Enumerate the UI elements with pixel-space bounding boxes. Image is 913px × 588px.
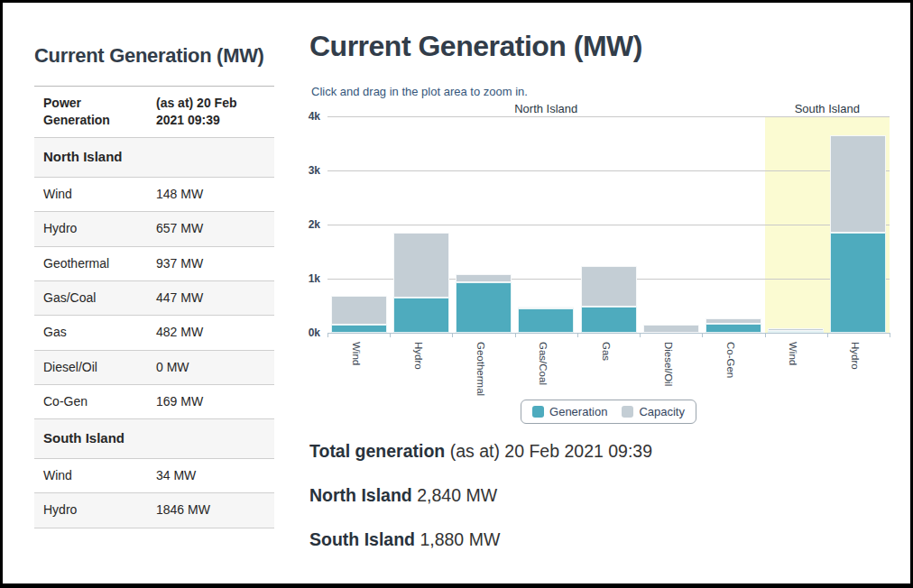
y-axis-label: 1k [290,272,320,285]
table-row: North Island [34,138,274,178]
y-gridline [327,225,890,225]
x-axis-label: Geothermal [475,342,486,396]
bar-gas-generation[interactable] [581,307,637,333]
bar-co-gen-capacity[interactable] [706,318,761,324]
y-axis-label: 3k [290,164,320,177]
totals-section: Total generation (as at) 20 Feb 2021 09:… [309,441,652,574]
row-value: 169 MW [147,384,274,418]
generation-table: Power Generation (as at) 20 Feb 2021 09:… [34,86,274,528]
x-axis-label: Wind [788,342,798,365]
south-island-value: 1,880 MW [415,529,500,549]
row-value: 34 MW [147,458,274,492]
generation-summary-panel: Current Generation (MW) Power Generation… [34,42,274,528]
bar-gas-capacity[interactable] [581,266,637,307]
legend-label: Generation [549,405,607,418]
section-header-north-island: North Island [34,138,274,178]
table-row: Diesel/Oil0 MW [34,350,274,384]
section-header-south-island: South Island [34,419,274,459]
x-axis-label: Gas/Coal [538,342,549,385]
row-value: 482 MW [147,316,274,350]
north-island-value: 2,840 MW [412,485,497,505]
north-island-label: North Island [309,485,412,505]
row-label: Wind [34,178,147,212]
bar-wind-capacity[interactable] [331,296,387,325]
bar-hydro-capacity[interactable] [393,233,449,297]
island-band-label-south-island: South Island [795,102,860,115]
table-row: Gas/Coal447 MW [34,281,274,316]
bar-wind-generation[interactable] [331,325,387,333]
row-label: Wind [34,458,147,492]
legend-label: Capacity [639,405,685,418]
x-axis-tick [702,333,703,337]
legend-item-generation[interactable]: Generation [532,405,607,418]
bar-wind-generation[interactable] [768,331,824,333]
table-row: Gas482 MW [34,316,274,350]
table-row: South Island [34,419,274,459]
legend-swatch-generation [532,406,544,418]
bar-diesel-oil-capacity[interactable] [643,325,699,333]
x-axis-tick [827,333,828,337]
x-axis-label: Co-Gen [725,342,736,378]
table-header-row: Power Generation (as at) 20 Feb 2021 09:… [34,86,274,138]
y-axis-label: 0k [290,326,320,339]
x-axis-tick [327,333,328,337]
row-value: 148 MW [147,178,274,212]
total-generation-label: Total generation [309,441,445,461]
x-axis-tick [515,333,516,337]
x-axis-label: Hydro [850,342,861,370]
north-island-total-line: North Island 2,840 MW [309,485,652,506]
x-axis-label: Gas [601,342,612,361]
row-value: 447 MW [147,281,274,316]
table-row: Hydro657 MW [34,212,274,246]
table-row: Hydro1846 MW [34,493,274,528]
bar-hydro-capacity[interactable] [830,135,886,233]
bar-hydro-generation[interactable] [830,233,886,333]
x-axis-tick [390,333,391,337]
total-generation-line: Total generation (as at) 20 Feb 2021 09:… [309,441,652,462]
x-axis-label: Diesel/Oil [663,342,674,386]
south-island-total-line: South Island 1,880 MW [309,529,652,550]
x-axis-label: Hydro [413,342,424,370]
app-window: Current Generation (MW) Power Generation… [0,0,913,588]
y-axis-label: 2k [290,218,320,231]
table-header-timestamp: (as at) 20 Feb 2021 09:39 [147,86,274,138]
x-axis-tick [452,333,453,337]
bar-gas-coal-generation[interactable] [518,308,574,333]
row-value: 1846 MW [147,493,274,528]
y-axis-label: 4k [290,110,320,123]
x-axis-label: Wind [351,342,362,365]
y-gridline [327,116,890,117]
island-band-label-north-island: North Island [514,102,577,115]
legend-swatch-capacity [622,406,633,418]
total-generation-timestamp: (as at) 20 Feb 2021 09:39 [445,441,652,461]
row-value: 657 MW [147,212,274,246]
x-axis-tick [577,333,578,337]
table-header-power: Power Generation [34,86,147,138]
row-label: Gas/Coal [34,281,147,316]
bar-wind-capacity[interactable] [768,328,824,331]
legend-box: GenerationCapacity [521,400,696,424]
bar-geothermal-generation[interactable] [456,282,512,333]
row-label: Gas [34,316,147,350]
y-gridline [327,170,890,171]
legend-item-capacity[interactable]: Capacity [622,405,685,418]
bar-geothermal-capacity[interactable] [456,274,512,282]
bar-gas-coal-capacity[interactable] [518,307,574,309]
table-row: Wind148 MW [34,178,274,212]
table-row: Geothermal937 MW [34,246,274,280]
x-axis-tick [890,333,890,337]
x-axis-tick [640,333,641,337]
bar-hydro-generation[interactable] [393,298,449,333]
row-value: 0 MW [147,350,274,384]
south-island-label: South Island [309,529,415,549]
generation-chart[interactable]: 0k1k2k3k4kNorth IslandSouth IslandWindHy… [308,96,910,428]
bar-co-gen-generation[interactable] [706,324,761,333]
row-label: Hydro [34,493,147,528]
row-value: 937 MW [147,246,274,280]
row-label: Co-Gen [34,384,147,418]
x-axis-line [327,333,890,334]
page-title: Current Generation (MW) [309,30,642,63]
x-axis-tick [765,333,766,337]
panel-title: Current Generation (MW) [34,42,274,70]
row-label: Geothermal [34,246,147,280]
